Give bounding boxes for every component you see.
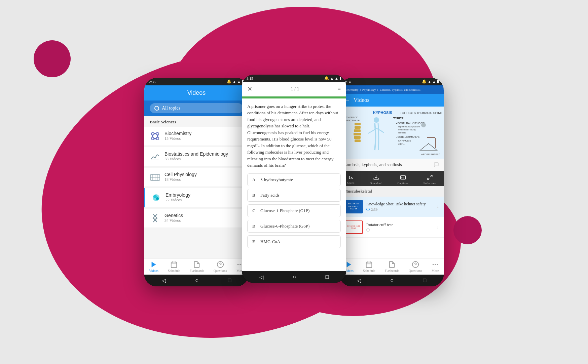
svg-point-69 <box>437 264 438 265</box>
phone3-android-nav: ◁ ○ □ <box>339 275 444 286</box>
fullscreen-control[interactable]: Fullscreen <box>424 174 436 185</box>
topic-item-cell[interactable]: Cell Physiology 18 Videos › <box>144 168 249 187</box>
answer-e[interactable]: E HMG-CoA <box>247 235 341 248</box>
nav3-more[interactable]: More <box>432 261 439 273</box>
biostatistics-icon <box>149 151 161 163</box>
phone1-search-bar[interactable]: All topics <box>144 100 249 116</box>
nav3-schedule-label: Schedule <box>363 269 375 273</box>
video-thumbnail[interactable]: KYPHOSIS → AFFECTS THORACIC SPINE TYPES:… <box>339 107 444 159</box>
phone3-battery-icon: ▮ <box>437 79 439 84</box>
answer-b-letter: B <box>252 193 258 198</box>
breadcrumb-current: Lordosis, kyphosis, and scoliosis › <box>380 88 421 91</box>
topic-item-genetics[interactable]: Genetics 34 Videos › <box>144 209 249 228</box>
video-title: Lordosis, kyphosis, and scoliosis <box>344 162 402 167</box>
topic-text-biostatistics: Biostatistics and Epidemiology 38 Videos <box>164 151 239 162</box>
svg-text:→ AFFECTS THORACIC SPINE: → AFFECTS THORACIC SPINE <box>398 111 442 115</box>
topic-name-biochemistry: Biochemistry <box>164 131 239 136</box>
svg-point-67 <box>433 264 434 265</box>
breadcrumb-sep-2: › <box>377 87 378 93</box>
quiz-counter: 1 / 1 <box>291 86 299 92</box>
svg-text:WEDGE-SHAPED: WEDGE-SHAPED <box>421 153 440 156</box>
phone1-bottom-nav: Videos Schedule Flashcards Questions Mor… <box>144 258 249 275</box>
download-control[interactable]: Download <box>370 174 382 185</box>
biochemistry-icon <box>149 130 161 142</box>
topic-item-embryology[interactable]: Embryology 22 Videos › <box>144 188 249 207</box>
topic-name-biostatistics: Biostatistics and Epidemiology <box>164 151 239 157</box>
phone2-android-nav: ◁ ○ □ <box>242 271 346 283</box>
svg-rect-51 <box>427 137 435 138</box>
captions-control[interactable]: CC Captions <box>398 174 408 185</box>
section-header-musculoskeletal: Musculoskeletal <box>339 186 444 197</box>
svg-text:• POSTURAL KYPHOSIS: • POSTURAL KYPHOSIS <box>396 122 425 125</box>
download-arrow-icon[interactable]: ↓ <box>437 204 439 209</box>
topic-item-biochemistry[interactable]: Biochemistry 15 Videos › <box>144 127 249 146</box>
svg-point-28 <box>240 264 241 265</box>
nav3-schedule[interactable]: Schedule <box>363 261 375 273</box>
svg-rect-48 <box>355 139 361 142</box>
video-item-rotator[interactable]: ROTATOR CUFF TEAR Rotator cuff tear ↓ <box>339 217 444 238</box>
phone-3: 9:14 🔔 ▲ ▲ ▮ Biochemistry › Physiology ›… <box>339 78 444 286</box>
download-arrow-icon-2[interactable]: ↓ <box>437 225 439 230</box>
phone2-signal-icon: ▲ <box>330 76 334 80</box>
nav-schedule[interactable]: Schedule <box>168 261 180 273</box>
recents-button-2[interactable]: □ <box>326 274 329 280</box>
nav3-questions[interactable]: Questions <box>409 261 422 273</box>
nav-videos[interactable]: Videos <box>149 261 158 273</box>
answer-b[interactable]: B Fatty acids <box>247 189 341 202</box>
phone3-header: ← Videos <box>339 94 444 107</box>
nav-flashcards[interactable]: Flashcards <box>190 261 204 273</box>
answer-d[interactable]: D Glucose-6-Phosphate (G6P) <box>247 220 341 233</box>
answer-c[interactable]: C Glucose-1-Phosphate (G1P) <box>247 204 341 217</box>
breadcrumb-sep-1: › <box>360 87 361 93</box>
quiz-settings-icon[interactable]: ≡ <box>338 86 341 92</box>
back-button-3[interactable]: ◁ <box>357 277 361 284</box>
phone1-section-label: Basic Sciences <box>144 116 249 127</box>
video-item-bike[interactable]: BICYCLE HELMET FACTS Knowledge Shot: Bik… <box>339 197 444 217</box>
topic-name-cell: Cell Physiology <box>164 172 239 177</box>
phone3-status-bar: 9:14 🔔 ▲ ▲ ▮ <box>339 78 444 85</box>
topic-text-genetics: Genetics 34 Videos <box>164 213 239 223</box>
answer-a[interactable]: A ß-hydroxybutyrate <box>247 173 341 186</box>
phone1-signal-icon: ▲ <box>232 80 236 84</box>
phone3-status-icons: 🔔 ▲ ▲ ▮ <box>422 79 439 84</box>
topic-name-embryology: Embryology <box>166 192 239 198</box>
svg-point-50 <box>421 123 426 127</box>
phone-2: 9:15 🔔 ▲ ▲ ▮ ✕ 1 / 1 ≡ A prisoner goes o… <box>242 75 346 283</box>
topic-item-biostatistics[interactable]: Biostatistics and Epidemiology 38 Videos… <box>144 147 249 166</box>
rotator-video-duration <box>366 228 433 232</box>
topic-count-cell: 18 Videos <box>164 177 239 182</box>
speed-icon: 1x <box>348 175 353 180</box>
fullscreen-icon <box>427 174 433 180</box>
breadcrumb-physiology: Physiology <box>362 88 376 91</box>
svg-point-49 <box>374 117 379 123</box>
svg-rect-61 <box>366 262 372 268</box>
nav-flashcards-label: Flashcards <box>190 269 204 273</box>
home-button[interactable]: ○ <box>195 277 198 283</box>
kyphosis-diagram: KYPHOSIS → AFFECTS THORACIC SPINE TYPES:… <box>339 107 444 159</box>
answer-c-text: Glucose-1-Phosphate (G1P) <box>260 208 309 213</box>
svg-point-3 <box>34 40 71 77</box>
nav3-flashcards[interactable]: Flashcards <box>385 261 399 273</box>
quiz-close-button[interactable]: ✕ <box>247 85 252 93</box>
svg-point-16 <box>156 197 159 200</box>
captions-label: Captions <box>398 181 408 185</box>
home-button-3[interactable]: ○ <box>390 277 394 283</box>
recents-button-3[interactable]: □ <box>423 277 427 283</box>
phone1-screen: Videos All topics Basic Sciences Biochem… <box>144 85 249 275</box>
svg-rect-44 <box>355 126 361 129</box>
phone1-status-icons: 🔔 ▲ ▲ ▮ <box>227 79 244 84</box>
phone1-search-input[interactable]: All topics <box>150 103 243 113</box>
back-button[interactable]: ◁ <box>162 277 166 284</box>
phone3-sound-icon: 🔔 <box>422 79 427 84</box>
home-button-2[interactable]: ○ <box>293 274 296 280</box>
topic-count-biostatistics: 38 Videos <box>164 157 239 162</box>
speed-control[interactable]: 1x Speed <box>347 175 355 185</box>
recents-button[interactable]: □ <box>228 277 231 283</box>
back-button-2[interactable]: ◁ <box>259 274 263 280</box>
svg-text:KYPHOSIS: KYPHOSIS <box>373 111 392 115</box>
comment-icon <box>434 162 439 167</box>
bike-video-info: Knowledge Shot: Bike helmet safety 2:59 <box>366 202 433 211</box>
topic-text-cell: Cell Physiology 18 Videos <box>164 172 239 182</box>
quiz-answers: A ß-hydroxybutyrate B Fatty acids C Gluc… <box>242 173 346 271</box>
nav-questions[interactable]: Questions <box>214 261 227 273</box>
